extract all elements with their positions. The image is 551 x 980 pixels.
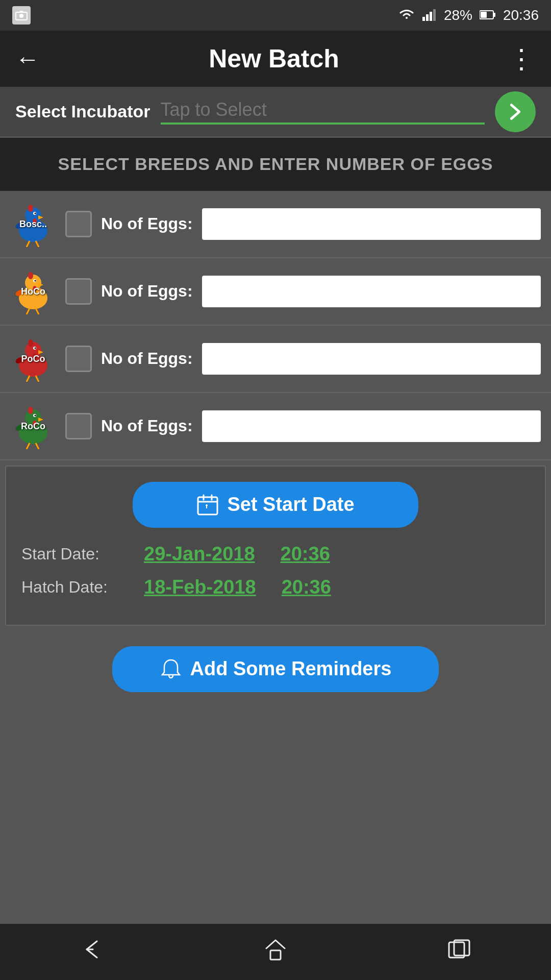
svg-line-27 (27, 308, 30, 314)
incubator-label: Select Incubator (15, 102, 151, 121)
arrow-right-icon (504, 100, 527, 124)
svg-point-1 (19, 14, 23, 18)
breed-name-hoco: HoCo (21, 286, 45, 297)
signal-icon (422, 7, 437, 24)
incubator-input-wrap (161, 99, 485, 125)
breed-eggs-label-roco: No of Eggs: (101, 416, 193, 435)
bottom-nav (0, 924, 551, 980)
breed-name-poco: PoCo (21, 353, 45, 364)
svg-point-34 (28, 339, 33, 347)
add-reminders-button[interactable]: Add Some Reminders (112, 646, 439, 692)
svg-point-44 (28, 407, 33, 414)
nav-recents-button[interactable] (446, 936, 472, 968)
battery-percent: 28% (444, 7, 472, 23)
app-bar: ← New Batch ⋮ (0, 31, 551, 87)
incubator-input[interactable] (161, 99, 485, 120)
breed-row: RoCo No of Eggs: (0, 393, 551, 460)
svg-point-14 (28, 205, 33, 212)
incubator-row: Select Incubator (0, 87, 551, 138)
page-title: New Batch (55, 44, 493, 74)
back-button[interactable]: ← (15, 45, 40, 73)
svg-rect-4 (430, 12, 432, 21)
date-section: Set Start Date Start Date: 29-Jan-2018 2… (5, 465, 546, 626)
breed-row: PoCo No of Eggs: (0, 326, 551, 393)
breed-name-roco: RoCo (21, 421, 45, 431)
svg-point-23 (35, 280, 36, 281)
photo-icon (12, 6, 31, 24)
set-start-date-button[interactable]: Set Start Date (133, 482, 418, 528)
svg-line-37 (27, 376, 30, 382)
start-date-label: Start Date: (21, 545, 134, 564)
hatch-date-label: Hatch Date: (21, 578, 134, 597)
breed-eggs-input-bosc[interactable] (202, 208, 541, 240)
battery-icon (480, 7, 496, 23)
breed-name-bosc: Bosc.. (19, 218, 47, 229)
status-right: 28% 20:36 (398, 7, 539, 24)
start-date-value[interactable]: 29-Jan-2018 (144, 543, 255, 565)
breed-eggs-label-hoco: No of Eggs: (101, 282, 193, 301)
breeds-section-title: SELECT BREEDS AND ENTER NUMBER OF EGGS (15, 152, 536, 177)
status-bar: 28% 20:36 (0, 0, 551, 31)
breed-checkbox-poco[interactable] (65, 346, 92, 372)
hatch-time-value[interactable]: 20:36 (282, 576, 331, 598)
breed-checkbox-roco[interactable] (65, 413, 92, 439)
breed-row: Bosc.. No of Eggs: (0, 191, 551, 258)
time-display: 20:36 (503, 7, 539, 23)
svg-point-24 (28, 272, 33, 279)
breed-eggs-input-roco[interactable] (202, 410, 541, 442)
breed-row: HoCo No of Eggs: (0, 258, 551, 326)
hatch-date-value[interactable]: 18-Feb-2018 (144, 576, 256, 598)
breed-icon-bosc: Bosc.. (10, 201, 56, 247)
wifi-icon (398, 7, 415, 24)
incubator-go-button[interactable] (495, 91, 536, 132)
breed-icon-roco: RoCo (10, 403, 56, 449)
svg-point-13 (35, 212, 36, 214)
nav-home-button[interactable] (262, 936, 289, 968)
breed-eggs-input-hoco[interactable] (202, 276, 541, 307)
nav-back-button[interactable] (79, 936, 105, 968)
svg-line-17 (27, 241, 30, 247)
start-time-value[interactable]: 20:36 (281, 543, 330, 565)
breed-icon-poco: PoCo (10, 336, 56, 382)
svg-rect-2 (422, 17, 425, 21)
status-left (12, 6, 31, 24)
svg-line-28 (36, 308, 39, 314)
svg-line-38 (36, 376, 39, 382)
bell-icon (160, 658, 182, 680)
svg-point-33 (35, 347, 36, 349)
hatch-date-row: Hatch Date: 18-Feb-2018 20:36 (21, 576, 530, 598)
breed-checkbox-hoco[interactable] (65, 278, 92, 305)
svg-rect-5 (433, 9, 436, 21)
breeds-section-header: SELECT BREEDS AND ENTER NUMBER OF EGGS (0, 138, 551, 191)
breed-eggs-input-poco[interactable] (202, 343, 541, 375)
svg-point-43 (35, 414, 36, 416)
breed-eggs-label-bosc: No of Eggs: (101, 214, 193, 233)
svg-rect-55 (270, 950, 281, 960)
start-date-row: Start Date: 29-Jan-2018 20:36 (21, 543, 530, 565)
svg-line-48 (36, 443, 39, 449)
add-reminders-label: Add Some Reminders (190, 658, 392, 680)
svg-rect-8 (481, 12, 487, 18)
breed-checkbox-bosc[interactable] (65, 211, 92, 237)
svg-rect-7 (493, 13, 495, 17)
calendar-icon (196, 494, 219, 516)
svg-line-47 (27, 443, 30, 449)
set-start-date-label: Set Start Date (227, 494, 354, 516)
breeds-section: Bosc.. No of Eggs: HoCo No of Eggs: (0, 191, 551, 460)
svg-rect-3 (426, 14, 429, 21)
breed-eggs-label-poco: No of Eggs: (101, 349, 193, 368)
more-menu-button[interactable]: ⋮ (508, 43, 536, 74)
svg-line-18 (36, 241, 39, 247)
breed-icon-hoco: HoCo (10, 268, 56, 314)
